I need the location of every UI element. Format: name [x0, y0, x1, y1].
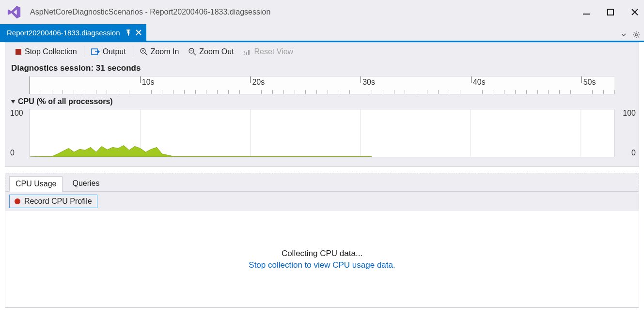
svg-rect-1: [608, 9, 613, 15]
document-tab-label: Report20200406-1833.diagsession: [7, 29, 120, 37]
zoom-in-icon: [140, 48, 148, 56]
bottom-tab-strip: CPU Usage Queries: [5, 173, 639, 191]
document-tab-strip: Report20200406-1833.diagsession: [0, 24, 644, 41]
stop-icon: [15, 48, 22, 55]
content-pane: Collecting CPU data... Stop collection t…: [5, 211, 639, 308]
output-button[interactable]: Output: [86, 45, 131, 58]
tab-close-icon[interactable]: [136, 30, 141, 35]
title-bar: AspNetCoreDiagnosticScenarios - Report20…: [0, 0, 644, 24]
svg-line-11: [634, 32, 635, 33]
zoom-in-label: Zoom In: [151, 47, 179, 56]
ruler-tick-label: 40s: [473, 78, 486, 87]
svg-rect-15: [16, 49, 21, 55]
record-label: Record CPU Profile: [24, 197, 92, 206]
reset-view-icon: [243, 48, 251, 56]
maximize-button[interactable]: [605, 7, 616, 17]
zoom-out-button[interactable]: Zoom Out: [184, 45, 238, 58]
cpu-chart[interactable]: [30, 109, 614, 157]
record-cpu-profile-button[interactable]: Record CPU Profile: [9, 195, 97, 208]
collapse-triangle-icon: [10, 99, 16, 105]
window-title: AspNetCoreDiagnosticScenarios - Report20…: [30, 8, 270, 16]
output-icon: [91, 48, 100, 56]
stop-collection-label: Stop Collection: [25, 47, 77, 56]
zoom-out-label: Zoom Out: [199, 47, 234, 56]
svg-line-13: [638, 32, 639, 33]
y-axis-max-left: 100: [10, 109, 23, 118]
tab-queries[interactable]: Queries: [66, 176, 105, 191]
output-label: Output: [103, 47, 126, 56]
separator: [133, 46, 133, 58]
stop-collection-link[interactable]: Stop collection to view CPU usage data.: [249, 260, 395, 270]
reset-view-button[interactable]: Reset View: [238, 45, 298, 58]
ruler-tick-label: 10s: [142, 78, 155, 87]
svg-rect-26: [248, 50, 250, 55]
zoom-in-button[interactable]: Zoom In: [135, 45, 184, 58]
record-row: Record CPU Profile: [5, 191, 639, 211]
svg-line-14: [634, 37, 635, 38]
collecting-status-text: Collecting CPU data...: [282, 249, 362, 258]
close-button[interactable]: [629, 7, 640, 17]
zoom-out-icon: [188, 48, 196, 56]
y-axis-min-right: 0: [631, 149, 636, 157]
y-axis-min-left: 0: [10, 149, 15, 157]
record-icon: [15, 198, 20, 204]
minimize-button[interactable]: [581, 7, 592, 17]
chart-header[interactable]: CPU (% of all processors): [5, 94, 639, 109]
svg-line-18: [145, 53, 147, 55]
pin-icon[interactable]: [125, 29, 132, 36]
separator: [84, 46, 84, 58]
stop-collection-button[interactable]: Stop Collection: [10, 45, 82, 58]
svg-rect-25: [246, 52, 247, 55]
svg-point-6: [635, 34, 637, 36]
toolbar: Stop Collection Output Zoom In Zoom Out …: [5, 42, 639, 61]
ruler-tick-label: 20s: [252, 78, 265, 87]
timeline-ruler[interactable]: 10s20s30s40s50s: [30, 76, 614, 94]
settings-gear-icon[interactable]: [632, 31, 640, 39]
svg-line-22: [193, 53, 196, 55]
session-header: Diagnostics session: 31 seconds: [5, 61, 639, 76]
chart-title: CPU (% of all processors): [18, 97, 113, 106]
document-tab[interactable]: Report20200406-1833.diagsession: [0, 24, 146, 41]
y-axis-max-right: 100: [623, 109, 636, 118]
ruler-tick-label: 50s: [583, 78, 596, 87]
reset-view-label: Reset View: [254, 47, 293, 56]
ruler-tick-label: 30s: [362, 78, 375, 87]
chart-area: 100 0 100 0: [5, 109, 639, 167]
vs-logo-icon: [6, 4, 22, 20]
tab-cpu-usage[interactable]: CPU Usage: [9, 176, 63, 192]
svg-line-12: [638, 37, 639, 38]
tab-overflow-icon[interactable]: [621, 32, 627, 38]
